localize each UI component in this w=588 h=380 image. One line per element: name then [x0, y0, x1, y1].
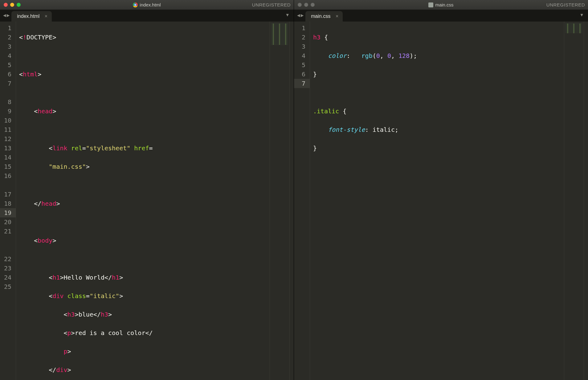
line-number: 4	[3, 51, 11, 60]
chrome-icon	[133, 2, 138, 7]
history-nav: ◀ ▶	[296, 12, 305, 19]
editor-right[interactable]: 1 2 3 4 5 6 7 h3 { color: rgb(0, 0, 128)…	[294, 22, 588, 380]
forward-icon[interactable]: ▶	[301, 12, 304, 18]
line-number: 10	[3, 116, 11, 125]
line-number: 11	[3, 125, 11, 134]
line-number: 1	[297, 23, 305, 33]
line-number	[3, 180, 11, 190]
minimize-icon[interactable]	[304, 3, 308, 7]
code-area-right[interactable]: h3 { color: rgb(0, 0, 128); } .italic { …	[310, 22, 564, 380]
tab-bar-right: ◀ ▶ main.css × ▼	[294, 10, 588, 22]
tab-label: main.css	[311, 14, 330, 19]
css-file-icon	[428, 2, 433, 7]
tab-bar-left: ◀ ▶ index.html × ▼	[0, 10, 294, 22]
editor-left[interactable]: 1 2 3 4 5 6 7 8 9 10 11 12 13 14 15 16 1…	[0, 22, 294, 380]
line-number: 3	[3, 42, 11, 51]
zoom-icon[interactable]	[311, 3, 315, 7]
tab-index-html[interactable]: index.html ×	[11, 11, 52, 22]
tab-label: index.html	[17, 14, 39, 19]
line-number: 24	[3, 273, 11, 282]
line-number: 21	[3, 227, 11, 236]
titlebar-left: index.html UNREGISTERED	[0, 0, 294, 10]
editor-window-left: index.html UNREGISTERED ◀ ▶ index.html ×…	[0, 0, 294, 380]
line-number	[3, 88, 11, 97]
window-title-text: index.html	[140, 2, 161, 7]
tab-close-icon[interactable]: ×	[336, 14, 338, 19]
traffic-lights-left	[0, 3, 21, 7]
line-number: 12	[3, 134, 11, 144]
line-number: 19	[0, 208, 16, 217]
line-number: 7	[294, 79, 310, 88]
forward-icon[interactable]: ▶	[7, 12, 10, 18]
unregistered-label: UNREGISTERED	[252, 2, 291, 7]
line-number: 18	[3, 199, 11, 208]
line-number: 4	[297, 51, 305, 60]
line-number: 7	[3, 79, 11, 88]
line-gutter-left: 1 2 3 4 5 6 7 8 9 10 11 12 13 14 15 16 1…	[0, 22, 16, 380]
line-number: 9	[3, 107, 11, 116]
tab-main-css[interactable]: main.css ×	[305, 11, 343, 22]
editor-window-right: main.css UNREGISTERED ◀ ▶ main.css × ▼ 1…	[294, 0, 588, 380]
line-number: 3	[297, 42, 305, 51]
minimap-right[interactable]	[564, 22, 584, 380]
line-number: 20	[3, 217, 11, 227]
line-number: 5	[3, 60, 11, 70]
tab-overflow-icon[interactable]: ▼	[283, 12, 292, 19]
line-number	[3, 236, 11, 245]
line-number: 22	[3, 254, 11, 264]
line-gutter-right: 1 2 3 4 5 6 7	[294, 22, 310, 380]
close-icon[interactable]	[4, 3, 8, 7]
titlebar-right: main.css UNREGISTERED	[294, 0, 588, 10]
line-number: 25	[3, 282, 11, 291]
minimap-preview	[565, 23, 582, 33]
tab-close-icon[interactable]: ×	[45, 14, 47, 19]
line-number: 17	[3, 190, 11, 199]
scrollbar-right[interactable]	[584, 22, 588, 380]
minimap-preview	[271, 23, 288, 45]
line-number: 2	[297, 33, 305, 42]
minimize-icon[interactable]	[10, 3, 14, 7]
zoom-icon[interactable]	[17, 3, 21, 7]
line-number	[3, 245, 11, 254]
line-number: 1	[3, 23, 11, 33]
tab-overflow-icon[interactable]: ▼	[578, 12, 586, 19]
traffic-lights-right	[294, 3, 315, 7]
code-area-left[interactable]: <!DOCTYPE> <html> <head> <link rel="styl…	[16, 22, 270, 380]
window-title-right: main.css	[294, 2, 588, 7]
line-number: 6	[297, 70, 305, 79]
line-number: 15	[3, 162, 11, 171]
scrollbar-left[interactable]	[289, 22, 294, 380]
window-title-text: main.css	[435, 2, 453, 7]
close-icon[interactable]	[298, 3, 302, 7]
line-number: 6	[3, 70, 11, 79]
line-number: 16	[3, 171, 11, 180]
back-icon[interactable]: ◀	[3, 12, 6, 18]
line-number: 13	[3, 144, 11, 153]
minimap-left[interactable]	[270, 22, 289, 380]
window-title-left: index.html	[0, 2, 294, 7]
line-number: 14	[3, 153, 11, 162]
unregistered-label: UNREGISTERED	[546, 2, 585, 7]
line-number: 23	[3, 264, 11, 273]
line-number: 2	[3, 33, 11, 42]
history-nav: ◀ ▶	[2, 12, 11, 19]
line-number: 5	[297, 60, 305, 70]
back-icon[interactable]: ◀	[297, 12, 300, 18]
line-number: 8	[3, 97, 11, 107]
